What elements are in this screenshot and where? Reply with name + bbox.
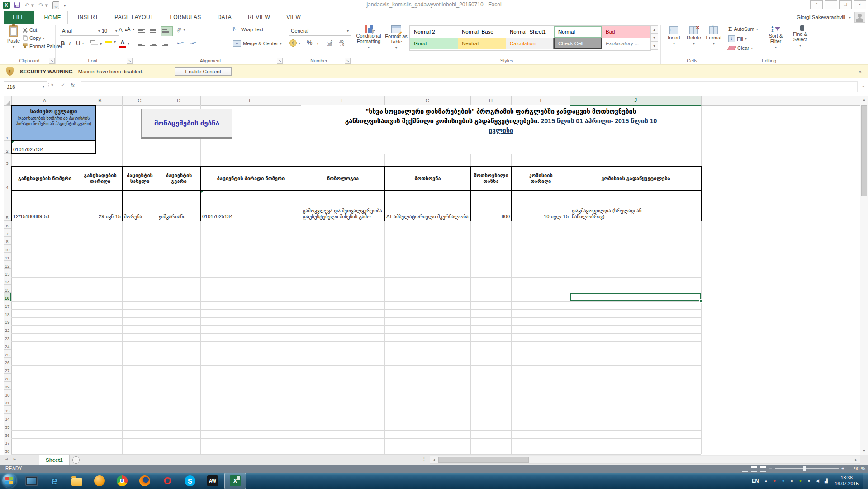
clock[interactable]: 13:38 16.07.2015 bbox=[835, 475, 859, 487]
search-value-cell[interactable]: 01017025134 bbox=[11, 140, 96, 154]
column-header-G[interactable]: G bbox=[384, 96, 471, 105]
table-cell-B5[interactable]: 29-ივნ-15 bbox=[78, 191, 123, 221]
zoom-out-icon[interactable]: − bbox=[769, 465, 772, 473]
start-button[interactable] bbox=[2, 474, 16, 488]
normal-view-icon[interactable] bbox=[742, 466, 748, 472]
scroll-down-icon[interactable]: ▼ bbox=[861, 447, 868, 454]
horizontal-scrollbar[interactable]: ◀ ▶ bbox=[430, 456, 860, 464]
table-cell-I5[interactable]: 10-ივლ-15 bbox=[512, 191, 570, 221]
row-header-22[interactable]: 22 bbox=[4, 325, 11, 333]
tab-splitter[interactable]: ⁞ bbox=[423, 457, 425, 462]
row-header-18[interactable]: 18 bbox=[4, 309, 11, 317]
row-header-37[interactable]: 37 bbox=[4, 438, 11, 446]
row-header-36[interactable]: 36 bbox=[4, 430, 11, 438]
row-header-13[interactable]: 13 bbox=[4, 269, 11, 277]
row-header-14[interactable]: 14 bbox=[4, 277, 11, 285]
search-data-button[interactable]: მონაცემების ძებნა bbox=[141, 109, 232, 139]
column-header-I[interactable]: I bbox=[511, 96, 570, 105]
row-header-19[interactable]: 19 bbox=[4, 317, 11, 326]
tray-icon-white[interactable]: ● bbox=[805, 477, 812, 484]
scroll-left-icon[interactable]: ◀ bbox=[430, 456, 437, 463]
column-header-H[interactable]: H bbox=[470, 96, 512, 105]
row-header-25[interactable]: 25 bbox=[4, 350, 11, 358]
row-header-27[interactable]: 27 bbox=[4, 365, 11, 374]
tray-expand-icon[interactable]: ▲ bbox=[762, 477, 769, 484]
zoom-level[interactable]: 90 % bbox=[854, 465, 865, 473]
row-header-30[interactable]: 30 bbox=[4, 390, 11, 398]
row-header-12[interactable]: 12 bbox=[4, 261, 11, 269]
app-firefox[interactable] bbox=[134, 473, 156, 489]
column-header-A[interactable]: A bbox=[11, 96, 78, 105]
tray-icon-gray[interactable]: ■ bbox=[788, 477, 795, 484]
row-header-34[interactable]: 34 bbox=[4, 414, 11, 422]
app-excel[interactable]: X bbox=[224, 473, 246, 489]
new-sheet-icon[interactable]: + bbox=[72, 456, 80, 464]
table-cell-C5[interactable]: მორენა bbox=[123, 191, 157, 221]
tray-icon-blue[interactable]: ● bbox=[779, 477, 787, 484]
column-header-B[interactable]: B bbox=[78, 96, 123, 105]
row-header-3[interactable]: 3 bbox=[4, 154, 11, 166]
row-header-29[interactable]: 29 bbox=[4, 382, 11, 390]
table-cell-E5[interactable]: 01017025134 bbox=[201, 191, 301, 221]
app-media-center[interactable] bbox=[21, 473, 43, 489]
vertical-scrollbar[interactable]: ▲ ▼ bbox=[860, 96, 868, 455]
row-header-5[interactable]: 5 bbox=[4, 190, 11, 221]
row-header-11[interactable]: 11 bbox=[4, 253, 11, 261]
zoom-in-icon[interactable]: + bbox=[841, 465, 844, 473]
column-header-C[interactable]: C bbox=[122, 96, 157, 105]
page-break-view-icon[interactable] bbox=[760, 466, 766, 472]
app-chrome[interactable] bbox=[111, 473, 133, 489]
row-header-28[interactable]: 28 bbox=[4, 374, 11, 382]
row-header-4[interactable]: 4 bbox=[4, 166, 11, 190]
row-header-16[interactable]: 16 bbox=[4, 293, 11, 301]
table-cell-H5[interactable]: 800 bbox=[471, 191, 512, 221]
tray-icon-red[interactable]: ● bbox=[771, 477, 778, 484]
row-header-15[interactable]: 15 bbox=[4, 285, 11, 293]
row-header-7[interactable]: 7 bbox=[4, 229, 11, 237]
show-desktop-button[interactable] bbox=[863, 473, 868, 489]
fill-handle[interactable] bbox=[699, 299, 703, 303]
active-cell-selection[interactable] bbox=[570, 293, 701, 301]
column-header-F[interactable]: F bbox=[301, 96, 385, 105]
select-all-corner[interactable] bbox=[4, 96, 12, 106]
app-internet-explorer[interactable]: e bbox=[43, 473, 65, 489]
language-indicator[interactable]: EN bbox=[752, 478, 759, 484]
row-header-8[interactable]: 8 bbox=[4, 237, 11, 245]
app-aimp[interactable]: AW bbox=[202, 473, 223, 489]
vertical-scroll-thumb[interactable] bbox=[861, 105, 867, 196]
app-file-explorer[interactable] bbox=[66, 473, 88, 489]
row-header-1[interactable]: 1 bbox=[4, 105, 11, 141]
table-cell-F5[interactable]: გამოკვლევა და მეთვალყურეობა დაუზუსტებელი… bbox=[301, 191, 385, 221]
row-header-17[interactable]: 17 bbox=[4, 301, 11, 309]
tray-icon-green[interactable]: ● bbox=[797, 477, 804, 484]
column-header-E[interactable]: E bbox=[200, 96, 301, 105]
app-opera[interactable]: O bbox=[157, 473, 178, 489]
row-header-31[interactable]: 31 bbox=[4, 398, 11, 406]
table-cell-A5[interactable]: 12/15180889-53 bbox=[12, 191, 78, 221]
scroll-up-icon[interactable]: ▲ bbox=[861, 96, 868, 103]
zoom-slider-track[interactable] bbox=[775, 468, 839, 469]
scroll-right-icon[interactable]: ▶ bbox=[853, 456, 860, 463]
zoom-slider-thumb[interactable] bbox=[803, 466, 806, 471]
sheet-nav-left-icon[interactable]: ◄ bbox=[5, 457, 9, 461]
column-header-D[interactable]: D bbox=[157, 96, 201, 105]
table-cell-G5[interactable]: AT-ამბულატორიული მკურნალობა bbox=[385, 191, 471, 221]
row-header-33[interactable]: 33 bbox=[4, 406, 11, 414]
row-header-26[interactable]: 26 bbox=[4, 358, 11, 366]
row-header-23[interactable]: 23 bbox=[4, 333, 11, 341]
volume-icon[interactable]: ◀ bbox=[814, 477, 821, 484]
row-header-38[interactable]: 38 bbox=[4, 446, 11, 454]
horizontal-scroll-thumb[interactable] bbox=[438, 457, 529, 463]
sheet-tab-sheet1[interactable]: Sheet1 bbox=[39, 455, 70, 465]
row-header-24[interactable]: 24 bbox=[4, 341, 11, 350]
row-header-35[interactable]: 35 bbox=[4, 422, 11, 430]
row-header-2[interactable]: 2 bbox=[4, 141, 11, 154]
sheet-nav-right-icon[interactable]: ► bbox=[13, 457, 17, 461]
table-cell-D5[interactable]: ჯიშკარიანი bbox=[157, 191, 201, 221]
app-skype[interactable]: S bbox=[179, 473, 201, 489]
table-cell-J5[interactable]: დაკმაყოფილდა (სრულად ან ნაწილობრივ) bbox=[570, 191, 702, 221]
page-layout-view-icon[interactable] bbox=[751, 466, 757, 472]
network-icon[interactable]: ▟ bbox=[822, 477, 830, 484]
row-header-10[interactable]: 10 bbox=[4, 244, 11, 253]
app-media-player[interactable] bbox=[89, 473, 110, 489]
